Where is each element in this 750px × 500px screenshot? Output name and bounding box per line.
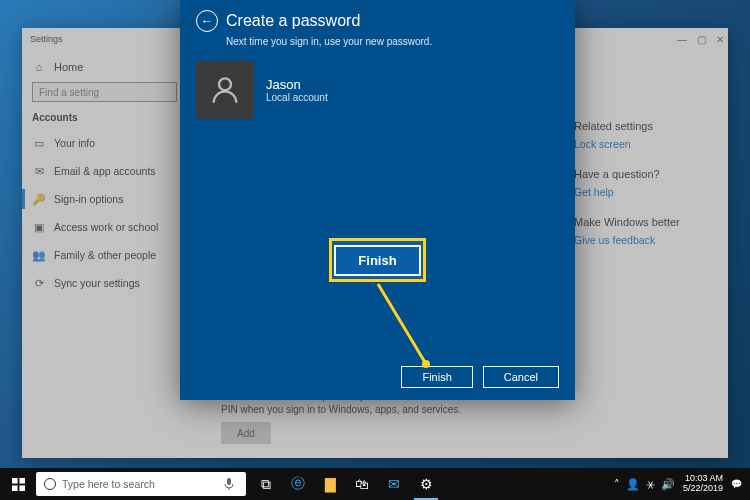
window-title: Settings bbox=[30, 34, 63, 44]
mail-app-icon[interactable]: ✉ bbox=[378, 468, 410, 500]
person-icon bbox=[208, 73, 242, 107]
feedback-heading: Make Windows better bbox=[574, 216, 712, 228]
close-icon[interactable]: ✕ bbox=[716, 34, 724, 45]
system-tray: ˄ 👤 ⚹ 🔊 10:03 AM 5/22/2019 💬 bbox=[614, 474, 750, 494]
nav-label: Email & app accounts bbox=[54, 165, 156, 177]
store-icon[interactable]: 🛍 bbox=[346, 468, 378, 500]
svg-rect-6 bbox=[19, 485, 25, 491]
modal-title: Create a password bbox=[226, 12, 360, 30]
settings-sidebar: ⌂ Home Accounts ▭ Your info ✉ Email & ap… bbox=[22, 50, 205, 458]
people-icon: 👥 bbox=[32, 248, 46, 262]
lock-screen-link[interactable]: Lock screen bbox=[574, 138, 712, 150]
person-card-icon: ▭ bbox=[32, 136, 46, 150]
sync-icon: ⟳ bbox=[32, 276, 46, 290]
taskbar-apps: ⧉ ⓔ ▇ 🛍 ✉ ⚙ bbox=[250, 468, 442, 500]
get-help-link[interactable]: Get help bbox=[574, 186, 712, 198]
svg-rect-3 bbox=[12, 478, 18, 484]
user-type: Local account bbox=[266, 92, 328, 103]
cortana-circle-icon bbox=[44, 478, 56, 490]
maximize-icon[interactable]: ▢ bbox=[697, 34, 706, 45]
home-icon: ⌂ bbox=[32, 60, 46, 74]
modal-subtitle: Next time you sign in, use your new pass… bbox=[180, 34, 575, 61]
nav-label: Sync your settings bbox=[54, 277, 140, 289]
file-explorer-icon[interactable]: ▇ bbox=[314, 468, 346, 500]
nav-label: Access work or school bbox=[54, 221, 158, 233]
svg-rect-4 bbox=[19, 478, 25, 484]
tray-chevron-icon[interactable]: ˄ bbox=[614, 478, 620, 491]
taskbar-clock[interactable]: 10:03 AM 5/22/2019 bbox=[683, 474, 723, 494]
user-block: Jason Local account bbox=[180, 61, 575, 119]
clock-date: 5/22/2019 bbox=[683, 484, 723, 494]
windows-logo-icon bbox=[12, 478, 25, 491]
find-setting-input[interactable] bbox=[32, 82, 177, 102]
edge-icon[interactable]: ⓔ bbox=[282, 468, 314, 500]
user-name: Jason bbox=[266, 77, 328, 92]
feedback-link[interactable]: Give us feedback bbox=[574, 234, 712, 246]
task-view-icon[interactable]: ⧉ bbox=[250, 468, 282, 500]
microphone-icon[interactable] bbox=[220, 472, 238, 496]
key-icon: 🔑 bbox=[32, 192, 46, 206]
annotation-finish-label: Finish bbox=[334, 245, 420, 276]
nav-label: Family & other people bbox=[54, 249, 156, 261]
question-heading: Have a question? bbox=[574, 168, 712, 180]
volume-icon[interactable]: 🔊 bbox=[661, 478, 675, 491]
create-password-modal: ← Create a password Next time you sign i… bbox=[180, 0, 575, 400]
arrow-left-icon: ← bbox=[201, 14, 213, 28]
minimize-icon[interactable]: — bbox=[677, 34, 687, 45]
related-settings-heading: Related settings bbox=[574, 120, 712, 132]
annotation-highlight: Finish bbox=[329, 238, 426, 282]
briefcase-icon: ▣ bbox=[32, 220, 46, 234]
avatar bbox=[196, 61, 254, 119]
taskbar-search[interactable]: Type here to search bbox=[36, 472, 246, 496]
nav-label: Sign-in options bbox=[54, 193, 123, 205]
settings-app-icon[interactable]: ⚙ bbox=[410, 468, 442, 500]
start-button[interactable] bbox=[0, 468, 36, 500]
svg-rect-5 bbox=[12, 485, 18, 491]
network-icon[interactable]: ⚹ bbox=[646, 478, 655, 491]
action-center-icon[interactable]: 💬 bbox=[731, 479, 742, 489]
svg-point-0 bbox=[219, 78, 231, 90]
back-button[interactable]: ← bbox=[196, 10, 218, 32]
nav-label: Your info bbox=[54, 137, 95, 149]
home-label: Home bbox=[54, 61, 83, 73]
settings-right-column: Related settings Lock screen Have a ques… bbox=[574, 60, 712, 448]
cancel-button[interactable]: Cancel bbox=[483, 366, 559, 388]
svg-rect-7 bbox=[227, 478, 231, 485]
add-pin-button[interactable]: Add bbox=[221, 422, 271, 444]
people-tray-icon[interactable]: 👤 bbox=[626, 478, 640, 491]
taskbar: Type here to search ⧉ ⓔ ▇ 🛍 ✉ ⚙ ˄ 👤 ⚹ 🔊 … bbox=[0, 468, 750, 500]
search-placeholder: Type here to search bbox=[62, 478, 155, 490]
mail-icon: ✉ bbox=[32, 164, 46, 178]
window-controls: — ▢ ✕ bbox=[677, 34, 724, 45]
finish-button[interactable]: Finish bbox=[401, 366, 472, 388]
